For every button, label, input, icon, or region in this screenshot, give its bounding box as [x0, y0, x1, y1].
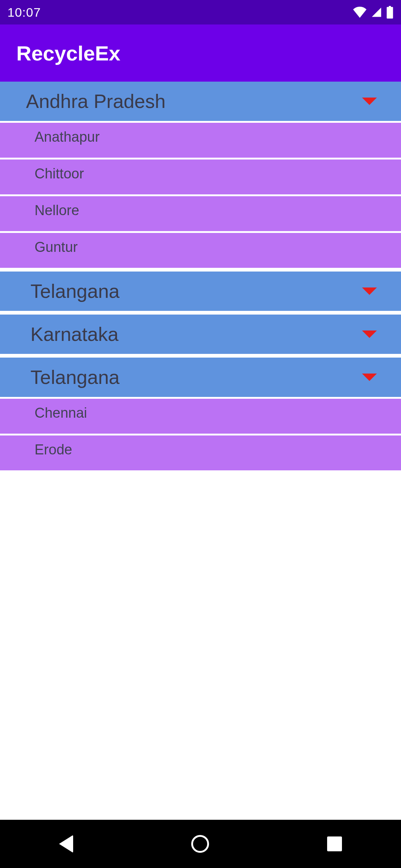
list-item[interactable]: Anathapur — [0, 123, 401, 158]
group-header-andhra-pradesh[interactable]: Andhra Pradesh — [0, 82, 401, 121]
group-title: Karnataka — [30, 323, 118, 345]
wifi-icon — [353, 7, 367, 18]
group-header-telangana-2[interactable]: Telangana — [0, 358, 401, 397]
navigation-bar — [0, 820, 401, 868]
battery-icon — [386, 6, 394, 19]
dropdown-icon — [362, 98, 377, 105]
recent-apps-button[interactable] — [327, 836, 342, 851]
group-header-telangana[interactable]: Telangana — [0, 272, 401, 311]
group-header-karnataka[interactable]: Karnataka — [0, 315, 401, 354]
app-title: RecycleEx — [16, 41, 120, 65]
status-bar: 10:07 — [0, 0, 401, 24]
list-item[interactable]: Guntur — [0, 233, 401, 268]
group-title: Andhra Pradesh — [26, 90, 166, 112]
list-item[interactable]: Erode — [0, 435, 401, 470]
list-item[interactable]: Chittoor — [0, 160, 401, 194]
content-list[interactable]: Andhra Pradesh Anathapur Chittoor Nellor… — [0, 82, 401, 470]
status-icons — [353, 6, 394, 19]
status-time: 10:07 — [7, 5, 41, 20]
dropdown-icon — [362, 287, 377, 295]
dropdown-icon — [362, 331, 377, 338]
signal-icon — [371, 7, 382, 18]
app-bar: RecycleEx — [0, 24, 401, 82]
list-item[interactable]: Nellore — [0, 196, 401, 231]
group-title: Telangana — [30, 280, 120, 302]
group-title: Telangana — [30, 366, 120, 388]
list-item[interactable]: Chennai — [0, 399, 401, 434]
back-button[interactable] — [59, 835, 73, 853]
home-button[interactable] — [191, 835, 209, 853]
dropdown-icon — [362, 374, 377, 381]
